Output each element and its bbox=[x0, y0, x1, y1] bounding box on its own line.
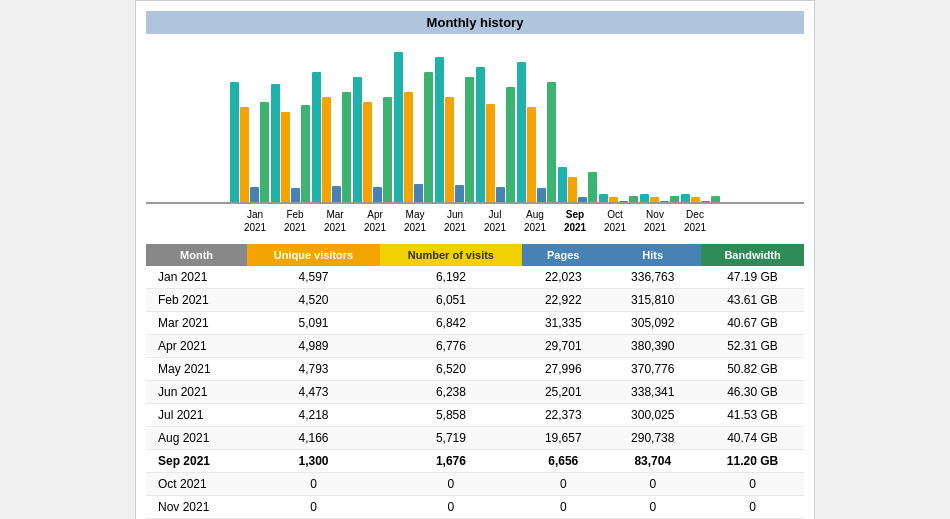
pages-cell: 22,373 bbox=[522, 404, 605, 427]
data-table: Month Unique visitors Number of visits P… bbox=[146, 244, 804, 519]
teal-bar-dec bbox=[681, 194, 690, 202]
green-bar-mar bbox=[342, 92, 351, 202]
green-bar-apr bbox=[383, 97, 392, 202]
pages-cell: 25,201 bbox=[522, 381, 605, 404]
teal-bar-oct bbox=[599, 194, 608, 202]
x-label-jan: Jan2021 bbox=[236, 208, 274, 234]
green-bar-feb bbox=[301, 105, 310, 202]
chart-title: Monthly history bbox=[146, 11, 804, 34]
month-cell: Mar 2021 bbox=[146, 312, 247, 335]
blue-bar-aug bbox=[537, 188, 546, 202]
month-cell: Jun 2021 bbox=[146, 381, 247, 404]
bandwidth-cell: 11.20 GB bbox=[701, 450, 804, 473]
table-row: Jul 20214,2185,85822,373300,02541.53 GB bbox=[146, 404, 804, 427]
month-cell: Feb 2021 bbox=[146, 289, 247, 312]
visits-cell: 5,858 bbox=[380, 404, 522, 427]
unique-cell: 4,166 bbox=[247, 427, 380, 450]
unique-cell: 1,300 bbox=[247, 450, 380, 473]
month-cell: Jan 2021 bbox=[146, 266, 247, 289]
table-row: Jan 20214,5976,19222,023336,76347.19 GB bbox=[146, 266, 804, 289]
table-row: Sep 20211,3001,6766,65683,70411.20 GB bbox=[146, 450, 804, 473]
orange-bar-jun bbox=[445, 97, 454, 202]
hits-cell: 380,390 bbox=[605, 335, 701, 358]
bar-group-feb bbox=[271, 84, 310, 202]
month-cell: May 2021 bbox=[146, 358, 247, 381]
unique-header: Unique visitors bbox=[247, 244, 380, 266]
x-label-aug: Aug2021 bbox=[516, 208, 554, 234]
hits-cell: 0 bbox=[605, 473, 701, 496]
table-row: Oct 202100000 bbox=[146, 473, 804, 496]
visits-cell: 6,776 bbox=[380, 335, 522, 358]
blue-bar-mar bbox=[332, 186, 341, 202]
month-cell: Oct 2021 bbox=[146, 473, 247, 496]
table-row: Jun 20214,4736,23825,201338,34146.30 GB bbox=[146, 381, 804, 404]
visits-cell: 0 bbox=[380, 496, 522, 519]
blue-bar-jul bbox=[496, 187, 505, 202]
unique-cell: 4,793 bbox=[247, 358, 380, 381]
blue-bar-jan bbox=[250, 187, 259, 202]
teal-bar-jan bbox=[230, 82, 239, 202]
bandwidth-cell: 47.19 GB bbox=[701, 266, 804, 289]
blue-bar-feb bbox=[291, 188, 300, 202]
bandwidth-cell: 40.67 GB bbox=[701, 312, 804, 335]
month-cell: Nov 2021 bbox=[146, 496, 247, 519]
bandwidth-cell: 41.53 GB bbox=[701, 404, 804, 427]
bar-group-dec bbox=[681, 194, 720, 202]
blue-bar-may bbox=[414, 184, 423, 202]
bandwidth-cell: 50.82 GB bbox=[701, 358, 804, 381]
blue-bar-jun bbox=[455, 185, 464, 202]
bar-group-nov bbox=[640, 194, 679, 202]
unique-cell: 4,218 bbox=[247, 404, 380, 427]
teal-bar-jun bbox=[435, 57, 444, 202]
pages-cell: 29,701 bbox=[522, 335, 605, 358]
hits-cell: 370,776 bbox=[605, 358, 701, 381]
green-bar-may bbox=[424, 72, 433, 202]
hits-cell: 336,763 bbox=[605, 266, 701, 289]
bandwidth-cell: 43.61 GB bbox=[701, 289, 804, 312]
month-cell: Apr 2021 bbox=[146, 335, 247, 358]
green-bar-sep bbox=[588, 172, 597, 202]
month-cell: Sep 2021 bbox=[146, 450, 247, 473]
pages-cell: 27,996 bbox=[522, 358, 605, 381]
pages-cell: 19,657 bbox=[522, 427, 605, 450]
main-container: Monthly history Jan2021Feb2021Mar2021Apr… bbox=[135, 0, 815, 519]
month-header: Month bbox=[146, 244, 247, 266]
hits-cell: 290,738 bbox=[605, 427, 701, 450]
unique-cell: 4,597 bbox=[247, 266, 380, 289]
pages-header: Pages bbox=[522, 244, 605, 266]
unique-cell: 4,989 bbox=[247, 335, 380, 358]
hits-header: Hits bbox=[605, 244, 701, 266]
pages-cell: 22,922 bbox=[522, 289, 605, 312]
chart-area: Jan2021Feb2021Mar2021Apr2021May2021Jun20… bbox=[146, 42, 804, 234]
bandwidth-header: Bandwidth bbox=[701, 244, 804, 266]
orange-bar-jul bbox=[486, 104, 495, 202]
hits-cell: 83,704 bbox=[605, 450, 701, 473]
table-row: Apr 20214,9896,77629,701380,39052.31 GB bbox=[146, 335, 804, 358]
pages-cell: 31,335 bbox=[522, 312, 605, 335]
bar-group-jul bbox=[476, 67, 515, 202]
bandwidth-cell: 40.74 GB bbox=[701, 427, 804, 450]
teal-bar-sep bbox=[558, 167, 567, 202]
x-label-apr: Apr2021 bbox=[356, 208, 394, 234]
teal-bar-nov bbox=[640, 194, 649, 202]
unique-cell: 4,473 bbox=[247, 381, 380, 404]
x-label-nov: Nov2021 bbox=[636, 208, 674, 234]
teal-bar-may bbox=[394, 52, 403, 202]
bar-group-aug bbox=[517, 62, 556, 202]
x-label-feb: Feb2021 bbox=[276, 208, 314, 234]
x-label-sep: Sep2021 bbox=[556, 208, 594, 234]
bandwidth-cell: 0 bbox=[701, 496, 804, 519]
unique-cell: 0 bbox=[247, 473, 380, 496]
unique-cell: 4,520 bbox=[247, 289, 380, 312]
bar-group-jan bbox=[230, 82, 269, 202]
orange-bar-jan bbox=[240, 107, 249, 202]
visits-cell: 6,520 bbox=[380, 358, 522, 381]
bar-group-oct bbox=[599, 194, 638, 202]
hits-cell: 0 bbox=[605, 496, 701, 519]
teal-bar-aug bbox=[517, 62, 526, 202]
hits-cell: 305,092 bbox=[605, 312, 701, 335]
table-row: Aug 20214,1665,71919,657290,73840.74 GB bbox=[146, 427, 804, 450]
orange-bar-sep bbox=[568, 177, 577, 202]
visits-cell: 6,051 bbox=[380, 289, 522, 312]
orange-bar-may bbox=[404, 92, 413, 202]
